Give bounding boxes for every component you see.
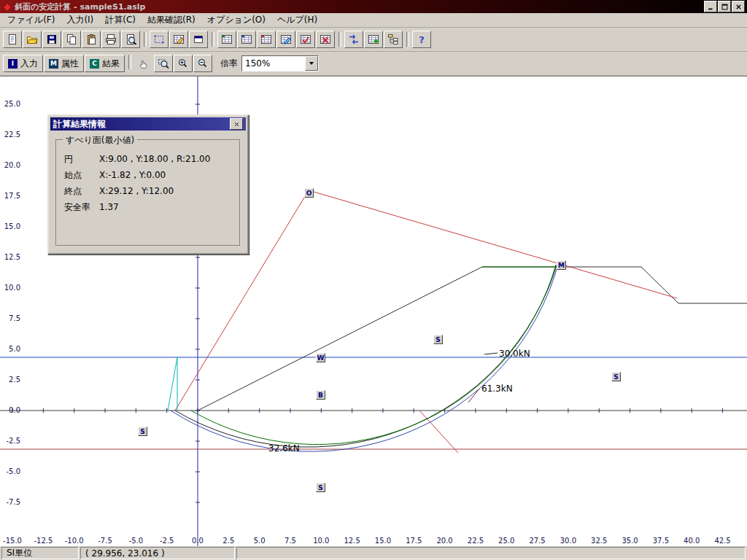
select-range-icon bbox=[153, 34, 165, 45]
save-button[interactable] bbox=[42, 31, 61, 48]
table-check-button[interactable] bbox=[296, 31, 315, 48]
menu-item-2[interactable]: 計算(C) bbox=[99, 12, 142, 28]
toolbar-separator bbox=[338, 32, 341, 47]
dialog-title: 計算結果情報 bbox=[53, 118, 230, 131]
groupbox-title: すべり面(最小値) bbox=[63, 134, 137, 147]
svg-text:?: ? bbox=[419, 34, 425, 45]
x-tick-label: 27.5 bbox=[527, 537, 549, 545]
table-edit-button[interactable] bbox=[276, 31, 295, 48]
dialog-close-button[interactable] bbox=[230, 118, 243, 130]
mode-i-button[interactable]: I入力 bbox=[3, 55, 43, 72]
result-value: X:9.00 , Y:18.00 , R:21.00 bbox=[99, 154, 210, 164]
open-folder-icon bbox=[26, 34, 38, 45]
chevron-down-icon bbox=[309, 62, 314, 65]
slip-surface-groupbox: すべり面(最小値) 円X:9.00 , Y:18.00 , R:21.00始点X… bbox=[55, 139, 241, 246]
table-delete-button[interactable] bbox=[316, 31, 335, 48]
y-tick-label: 10.0 bbox=[1, 284, 20, 292]
y-tick-label: 20.0 bbox=[1, 161, 20, 169]
window-title: 斜面の安定計算 - sampleS1.aslp bbox=[15, 1, 701, 12]
table-green-button[interactable] bbox=[217, 31, 236, 48]
close-button[interactable] bbox=[732, 1, 745, 12]
y-tick-label: 22.5 bbox=[1, 131, 20, 139]
x-tick-label: 0.0 bbox=[187, 537, 209, 545]
edit-table-icon bbox=[173, 34, 185, 45]
tree-view-button[interactable] bbox=[384, 31, 403, 48]
dialog-title-bar[interactable]: 計算結果情報 bbox=[50, 117, 246, 131]
status-units: SI単位 bbox=[1, 547, 79, 559]
table-red-button[interactable] bbox=[257, 31, 276, 48]
hand-icon bbox=[138, 58, 150, 69]
zoom-window-button[interactable] bbox=[154, 55, 173, 72]
help-button[interactable]: ? bbox=[412, 31, 431, 48]
mode-c-button[interactable]: C結果 bbox=[85, 55, 125, 72]
table-green-icon bbox=[221, 34, 233, 45]
x-tick-label: 32.5 bbox=[588, 537, 610, 545]
x-tick-label: -15.0 bbox=[1, 537, 23, 545]
edit-table-button[interactable] bbox=[169, 31, 188, 48]
mode-label: 結果 bbox=[102, 58, 120, 70]
x-tick-label: 42.5 bbox=[712, 537, 734, 545]
zoom-out-button[interactable] bbox=[193, 55, 212, 72]
result-label: 始点 bbox=[64, 169, 99, 182]
title-bar[interactable]: 斜面の安定計算 - sampleS1.aslp bbox=[0, 0, 747, 13]
app-window: 斜面の安定計算 - sampleS1.aslp ファイル(F)入力(I)計算(C… bbox=[0, 0, 747, 560]
zoom-out-icon bbox=[197, 58, 209, 69]
leader-61kn bbox=[468, 389, 479, 402]
table-add-button[interactable] bbox=[364, 31, 383, 48]
menu-item-4[interactable]: オプション(O) bbox=[201, 12, 271, 28]
zoom-ratio-label: 倍率 bbox=[220, 58, 238, 70]
print-icon bbox=[105, 34, 117, 45]
result-value: 1.37 bbox=[99, 202, 119, 212]
print-preview-icon bbox=[125, 34, 136, 45]
menu-item-0[interactable]: ファイル(F) bbox=[1, 12, 61, 28]
y-tick-label: -5.0 bbox=[1, 467, 20, 475]
y-tick-label: 2.5 bbox=[1, 376, 20, 384]
zoom-in-button[interactable] bbox=[174, 55, 193, 72]
dialog-result-row: 安全率1.37 bbox=[57, 199, 239, 215]
y-tick-label: 17.5 bbox=[1, 192, 20, 200]
calc-flow-button[interactable] bbox=[344, 31, 363, 48]
y-tick-label: 15.0 bbox=[1, 222, 20, 230]
leader-30kn bbox=[484, 353, 498, 354]
mode-label: 入力 bbox=[20, 58, 38, 70]
copy-button[interactable] bbox=[62, 31, 81, 48]
y-tick-label: 0.0 bbox=[1, 406, 20, 414]
x-tick-label: 5.0 bbox=[249, 537, 271, 545]
hand-button[interactable] bbox=[134, 55, 153, 72]
copy-icon bbox=[66, 34, 77, 45]
minimize-button[interactable] bbox=[704, 1, 717, 12]
paste-button[interactable] bbox=[82, 31, 101, 48]
y-tick-label: -2.5 bbox=[1, 437, 20, 445]
print-preview-button[interactable] bbox=[121, 31, 140, 48]
status-coordinates: ( 29.956, 23.016 ) bbox=[80, 547, 235, 559]
open-folder-button[interactable] bbox=[23, 31, 42, 48]
x-tick-label: -7.5 bbox=[94, 537, 116, 545]
mode-label: 属性 bbox=[61, 58, 79, 70]
x-tick-label: 12.5 bbox=[341, 537, 363, 545]
toolbar-separator bbox=[212, 32, 214, 47]
app-gem-icon bbox=[2, 1, 12, 12]
toolbar-view: I入力M属性C結果 倍率 150% bbox=[0, 52, 747, 76]
window-view-button[interactable] bbox=[189, 31, 208, 48]
menu-item-3[interactable]: 結果確認(R) bbox=[142, 12, 201, 28]
slip-circle-radii bbox=[175, 190, 677, 411]
new-document-button[interactable] bbox=[3, 31, 22, 48]
y-tick-label: 25.0 bbox=[1, 100, 20, 108]
menu-item-1[interactable]: 入力(I) bbox=[61, 12, 99, 28]
result-info-dialog: 計算結果情報 すべり面(最小値) 円X:9.00 , Y:18.00 , R:2… bbox=[47, 114, 249, 254]
select-range-button[interactable] bbox=[150, 31, 169, 48]
paste-icon bbox=[85, 34, 97, 45]
mode-m-button[interactable]: M属性 bbox=[44, 55, 84, 72]
window-view-icon bbox=[193, 34, 204, 45]
combo-dropdown-button[interactable] bbox=[305, 56, 318, 71]
x-tick-label: 40.0 bbox=[681, 537, 703, 545]
ground-surface bbox=[198, 267, 747, 411]
table-blue-button[interactable] bbox=[237, 31, 256, 48]
print-button[interactable] bbox=[101, 31, 120, 48]
drawing-canvas[interactable]: -15.0-12.5-10.0-7.5-5.0-2.50.02.55.07.51… bbox=[0, 76, 747, 546]
menu-item-5[interactable]: ヘルプ(H) bbox=[271, 12, 323, 28]
zoom-window-icon bbox=[158, 58, 169, 69]
zoom-combobox[interactable]: 150% bbox=[241, 55, 319, 71]
dialog-result-row: 円X:9.00 , Y:18.00 , R:21.00 bbox=[57, 151, 239, 167]
maximize-button[interactable] bbox=[718, 1, 731, 12]
